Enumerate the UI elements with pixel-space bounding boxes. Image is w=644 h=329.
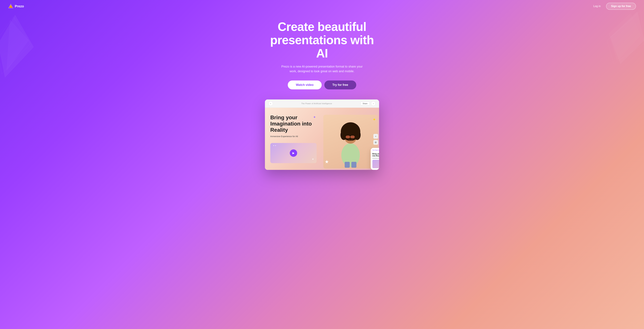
svg-rect-16: [350, 136, 354, 138]
logo-icon: [8, 4, 14, 9]
sidebar-grid-icon[interactable]: ⊞: [373, 140, 378, 145]
preview-container: ‹ The Power of Artificial Intelligence S…: [265, 100, 379, 170]
preview-left-panel: ✦ Bring your Imagination into Reality Im…: [265, 108, 322, 170]
nav-actions: Log in Sign up for free: [590, 3, 636, 10]
try-free-button[interactable]: Try for free: [324, 81, 356, 89]
hero-buttons: Watch video Try for free: [266, 81, 378, 89]
hero-subtitle: Prezo is a new AI-powered presentation f…: [280, 64, 364, 74]
presentation-heading: Bring your Imagination into Reality: [270, 114, 317, 133]
svg-rect-15: [346, 136, 350, 138]
sparkle-icon-2: ✦ ✦: [273, 145, 276, 147]
preview-forward-button[interactable]: ›: [371, 101, 376, 106]
hero-content: Create beautiful presentations with AI P…: [263, 20, 381, 100]
mobile-preview-title: The Power of Artificial Intelligence: [372, 150, 379, 151]
preview-topbar: ‹ The Power of Artificial Intelligence S…: [265, 100, 379, 108]
presentation-tagline: Immersive Experience for All: [270, 135, 317, 138]
decorative-shape-right: [597, 10, 644, 64]
person-graphic: [334, 118, 367, 169]
mobile-label: ···: [372, 151, 379, 152]
svg-point-8: [341, 143, 360, 167]
preview-sidebar: + ⊞: [372, 133, 379, 146]
preview-share-button[interactable]: Share: [360, 102, 370, 105]
svg-rect-18: [345, 162, 350, 168]
logo-link[interactable]: Prezo: [8, 4, 24, 9]
login-button[interactable]: Log in: [590, 3, 603, 9]
mobile-thumbnail: [372, 160, 379, 168]
mobile-preview: The Power of Artificial Intelligence ···…: [371, 148, 379, 170]
sparkle-icon-1: ✦: [313, 115, 316, 119]
preview-main-content: ✦ Bring your Imagination into Reality Im…: [265, 108, 379, 170]
hero-title: Create beautiful presentations with AI: [266, 20, 378, 60]
sparkle-icon-3: ✦: [312, 158, 314, 160]
star-icon-person: ★: [325, 159, 329, 165]
preview-window: ‹ The Power of Artificial Intelligence S…: [265, 100, 379, 170]
sparkle-icon-person: ✦: [373, 117, 376, 122]
preview-back-button[interactable]: ‹: [268, 101, 273, 106]
preview-video-thumbnail[interactable]: ✦ ✦ ▶ ✦: [270, 143, 317, 163]
hero-section: Create beautiful presentations with AI P…: [0, 0, 644, 329]
decorative-shape-left: [0, 14, 34, 77]
person-image: ✦ ★: [323, 115, 378, 169]
svg-rect-19: [352, 162, 356, 168]
navbar: Prezo Log in Sign up for free: [0, 0, 644, 13]
sidebar-add-icon[interactable]: +: [373, 134, 378, 139]
preview-right-panel: ✦ ★ + ⊞ The Power of Artificial Intellig…: [322, 108, 379, 170]
mobile-preview-tagline: Immersive Experience for All: [372, 158, 379, 159]
watch-video-button[interactable]: Watch video: [288, 81, 322, 89]
mobile-preview-heading: Bring your Imagination into Reality: [372, 153, 379, 157]
svg-point-14: [350, 125, 356, 133]
play-button[interactable]: ▶: [290, 149, 297, 157]
signup-button[interactable]: Sign up for free: [606, 3, 636, 10]
brand-name: Prezo: [15, 4, 24, 8]
svg-point-13: [344, 125, 350, 133]
preview-actions: Share ›: [360, 101, 376, 106]
svg-marker-1: [9, 5, 13, 8]
preview-topbar-title: The Power of Artificial Intelligence: [301, 103, 332, 105]
